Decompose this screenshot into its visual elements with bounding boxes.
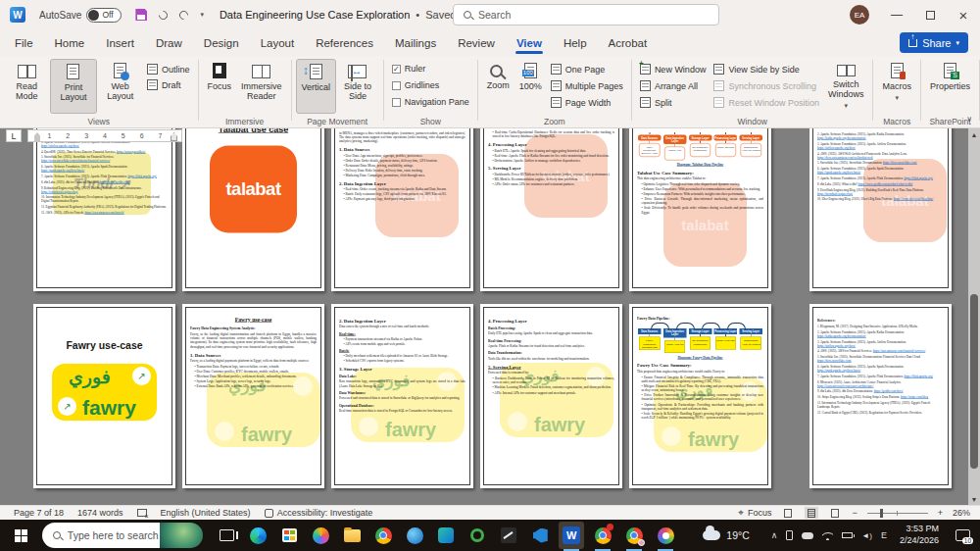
hyperlink[interactable]: https://learn.microsoft.com/azure/archit…: [817, 383, 873, 387]
search-highlight-image[interactable]: [160, 523, 204, 548]
page-09-fawry-ingestion-storage[interactable]: فوريfawry2. Data Ingestion LayerData ent…: [331, 304, 473, 488]
start-button[interactable]: [0, 520, 42, 551]
properties-button[interactable]: Properties: [925, 59, 975, 114]
menu-tab-help[interactable]: Help: [553, 32, 598, 54]
loop-ring-icon[interactable]: [465, 522, 490, 549]
task-view-icon[interactable]: [214, 522, 239, 549]
print-layout-view-button[interactable]: [805, 507, 818, 519]
word-icon[interactable]: W: [559, 522, 584, 549]
hyperlink[interactable]: https://airflow.apache.org/docs/: [817, 146, 856, 150]
page-06-talabat-references[interactable]: talabat2. Apache Software Foundation. (2…: [809, 128, 952, 291]
page-indicator[interactable]: Page 7 of 18: [14, 508, 64, 518]
outlook-icon[interactable]: [433, 522, 459, 549]
macros-button[interactable]: Macros▾: [877, 59, 916, 114]
menu-tab-review[interactable]: Review: [447, 32, 506, 54]
hyperlink[interactable]: https://kafka.apache.org/documentation/: [817, 136, 866, 140]
switch-windows-button[interactable]: Switch Windows▾: [823, 59, 869, 114]
hyperlink[interactable]: https://docs.snowflake.com/: [817, 359, 852, 363]
navigation-pane-checkbox[interactable]: Navigation Pane: [392, 97, 469, 107]
onedrive-icon[interactable]: [802, 532, 813, 539]
zoom-100-button[interactable]: 100%: [514, 59, 547, 114]
weather-widget[interactable]: 19°C: [703, 529, 749, 541]
hyperlink[interactable]: https://stripe.com/blog: [901, 395, 928, 399]
page-07-fawry-cover[interactable]: Fawry use-caseفوريfawry↗↗: [33, 304, 175, 488]
search-input[interactable]: Search: [453, 4, 719, 25]
word-count[interactable]: 1674 words: [77, 508, 123, 518]
menu-tab-layout[interactable]: Layout: [250, 32, 306, 54]
clock[interactable]: 3:53 PM 2/24/2026: [900, 524, 939, 546]
input-language-indicator[interactable]: E: [881, 530, 887, 540]
edge-icon[interactable]: [245, 522, 270, 549]
chrome-window-icon[interactable]: [590, 522, 615, 549]
indent-marker-left[interactable]: [34, 132, 40, 141]
copilot-icon[interactable]: [308, 522, 333, 549]
scrollbar-thumb[interactable]: [970, 294, 978, 469]
print-layout-button[interactable]: Print Layout: [50, 59, 98, 114]
hyperlink[interactable]: https://flink.apache.org/: [905, 176, 934, 180]
hyperlink[interactable]: https://getdbt.com/docs/: [874, 389, 904, 393]
hyperlink[interactable]: https://www.questdb.io/: [117, 149, 146, 153]
hyperlink[interactable]: https://flink.apache.org/: [128, 175, 158, 178]
one-page-button[interactable]: One Page: [551, 64, 623, 75]
customize-toolbar-icon[interactable]: ▾: [200, 11, 204, 19]
outline-button[interactable]: Outline: [147, 64, 190, 75]
draft-button[interactable]: Draft: [147, 79, 190, 90]
indent-marker-right[interactable]: [171, 132, 177, 141]
hyperlink[interactable]: https://www.uber.com/blog/data/: [894, 197, 934, 201]
split-button[interactable]: Split: [640, 97, 707, 108]
redo-icon[interactable]: [178, 9, 191, 22]
hyperlink[interactable]: https://aws.amazon.com/financial-service…: [873, 349, 925, 353]
collapse-ribbon-icon[interactable]: ∨: [966, 115, 972, 124]
menu-tab-view[interactable]: View: [506, 32, 553, 54]
menu-tab-acrobat[interactable]: Acrobat: [598, 32, 659, 54]
share-button[interactable]: Share ▾: [900, 32, 968, 53]
focus-mode-button[interactable]: Focus: [748, 508, 772, 518]
web-layout-button[interactable]: Web Layout: [97, 59, 143, 114]
ruler-checkbox[interactable]: ✓Ruler: [392, 64, 469, 74]
page-01-thndr-references[interactable]: Thndr↗Documentation. https://kafka.apach…: [33, 128, 175, 291]
zoom-out-icon[interactable]: −: [852, 508, 857, 518]
hyperlink[interactable]: https://spark.apache.org/docs/latest/: [817, 369, 860, 373]
zoom-button[interactable]: Zoom: [482, 59, 514, 114]
notification-center-icon[interactable]: 10: [956, 529, 970, 541]
page-05-talabat-pipeline[interactable]: talabatData SourcesUser/ Restaurant/ Del…: [629, 128, 771, 291]
page-03-talabat-sources[interactable]: talabatin MENA, manages a three-sided ma…: [331, 128, 473, 291]
immersive-reader-button[interactable]: Immersive Reader: [236, 59, 287, 114]
word-app-icon[interactable]: [10, 7, 25, 23]
avatar[interactable]: EA: [850, 5, 869, 25]
read-mode-view-button[interactable]: [781, 507, 795, 519]
hyperlink[interactable]: https://aws.amazon.com/fintech/: [84, 211, 123, 215]
hyperlink[interactable]: https://docs.snowflake.com/: [883, 161, 917, 165]
new-window-button[interactable]: New Window: [640, 64, 707, 75]
scroll-down-icon[interactable]: ▼: [968, 493, 980, 505]
scroll-up-icon[interactable]: ▲: [968, 128, 980, 140]
side-to-side-button[interactable]: Side to Side: [336, 59, 379, 114]
view-side-by-side-button[interactable]: View Side by Side: [713, 64, 819, 75]
close-button[interactable]: ×: [947, 0, 980, 29]
menu-tab-home[interactable]: Home: [44, 32, 96, 54]
undo-icon[interactable]: [158, 9, 171, 22]
menu-tab-insert[interactable]: Insert: [95, 32, 145, 54]
proofing-errors-icon[interactable]: [137, 509, 147, 517]
taskbar-search-input[interactable]: Type here to search: [42, 523, 160, 548]
zoom-slider-thumb[interactable]: [880, 509, 883, 518]
zoom-percentage[interactable]: 26%: [953, 508, 970, 518]
page-width-button[interactable]: Page Width: [551, 97, 623, 108]
file-explorer-icon[interactable]: [339, 522, 365, 549]
tab-selector[interactable]: L: [6, 129, 22, 142]
hyperlink[interactable]: https://www.snowflake.com/solutions/fina…: [41, 159, 110, 163]
page-02-talabat-cover[interactable]: Talabat use casetalabat: [182, 128, 324, 291]
multiple-pages-button[interactable]: Multiple Pages: [551, 80, 623, 91]
hyperlink[interactable]: https://airflow.apache.org/docs/: [817, 343, 856, 347]
menu-tab-references[interactable]: References: [305, 32, 384, 54]
chrome-icon[interactable]: [370, 522, 396, 549]
gridlines-checkbox[interactable]: Gridlines: [392, 80, 469, 90]
tray-expand-icon[interactable]: ∧: [771, 530, 778, 540]
menu-tab-draw[interactable]: Draw: [145, 32, 193, 54]
hyperlink[interactable]: https://www.getdbt.com/product/what-is-d…: [858, 182, 913, 186]
vscode-icon[interactable]: [527, 522, 553, 549]
hyperlink[interactable]: https://robinhood.engineering/: [41, 189, 78, 193]
save-icon[interactable]: [135, 9, 147, 21]
menu-tab-design[interactable]: Design: [193, 32, 250, 54]
zoom-slider[interactable]: [867, 513, 928, 514]
